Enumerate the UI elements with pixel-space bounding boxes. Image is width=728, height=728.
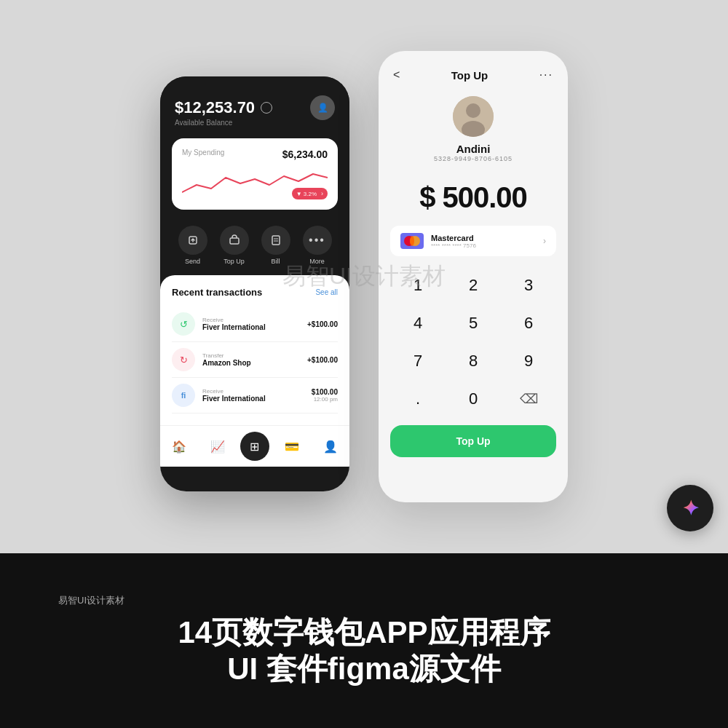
key-8[interactable]: 8 (446, 342, 501, 380)
svg-point-10 (410, 236, 414, 246)
phone-dark: $12,253.70 Available Balance 👤 My Spendi… (160, 76, 349, 491)
light-header: < Top Up ··· (379, 51, 568, 89)
key-6[interactable]: 6 (501, 304, 556, 342)
transaction-item: ↺ Receive Fiver International +$100.00 (172, 306, 338, 342)
more-button[interactable]: ••• More (303, 226, 332, 265)
key-dot[interactable]: . (390, 380, 446, 418)
more-menu-button[interactable]: ··· (539, 68, 553, 82)
key-2[interactable]: 2 (446, 266, 501, 304)
figma-icon: ✦ (682, 496, 699, 521)
recent-title: Recent transactions (172, 287, 262, 298)
action-buttons: Send Top Up (160, 220, 349, 275)
txn-info-1: Receive Fiver International (202, 317, 307, 331)
bill-icon (261, 226, 290, 255)
txn-icon-1: ↺ (172, 312, 195, 336)
txn-icon-3: fi (172, 384, 195, 407)
txn-info-2: Transfer Amazon Shop (202, 352, 307, 367)
profile-card-number: 5328-9949-8706-6105 (434, 155, 513, 162)
txn-icon-2: ↻ (172, 348, 195, 371)
svg-rect-2 (272, 236, 280, 245)
topup-action-label: Top Up (223, 258, 245, 265)
bill-label: Bill (271, 258, 280, 265)
key-4[interactable]: 4 (390, 304, 446, 342)
bottom-title-line2: UI 套件figma源文件 (178, 651, 550, 687)
home-nav-icon[interactable]: 🏠 (163, 437, 195, 456)
bottom-title-line1: 14页数字钱包APP应用程序 (178, 614, 550, 651)
bottom-section: 易智UI设计素材 14页数字钱包APP应用程序 UI 套件figma源文件 (0, 553, 728, 728)
back-button[interactable]: < (393, 68, 400, 82)
see-all-link[interactable]: See all (315, 288, 338, 296)
amount-display: $ 500.00 (379, 174, 568, 226)
card-chevron-icon: › (543, 236, 546, 246)
card-num: **** **** **** 7576 (431, 242, 476, 249)
card-name: Mastercard (431, 234, 476, 242)
send-icon (178, 226, 207, 255)
card-nav-icon[interactable]: 💳 (276, 437, 308, 456)
transaction-item-3: fi Receive Fiver International $100.00 1… (172, 378, 338, 414)
svg-rect-1 (230, 238, 239, 244)
user-avatar[interactable]: 👤 (310, 95, 335, 120)
dark-phone-header: $12,253.70 Available Balance 👤 (160, 76, 349, 138)
chart-area: ▼ 3.2% › (182, 163, 328, 199)
balance-label: Available Balance (175, 119, 335, 127)
key-5[interactable]: 5 (446, 304, 501, 342)
figma-badge: ✦ (667, 485, 713, 531)
txn-amount-3: $100.00 12:00 pm (312, 388, 338, 403)
recent-header: Recent transactions See all (172, 287, 338, 298)
bottom-title: 14页数字钱包APP应用程序 UI 套件figma源文件 (178, 614, 550, 688)
txn-amount-1: +$100.00 (307, 320, 338, 328)
topup-action-button[interactable]: Top Up (220, 226, 249, 265)
card-selector[interactable]: Mastercard **** **** **** 7576 › (390, 226, 556, 256)
txn-info-3: Receive Fiver International (202, 388, 312, 403)
phone-light: < Top Up ··· Andini 5328-9949-8706-6105 … (379, 51, 568, 502)
profile-name: Andini (456, 143, 491, 155)
qr-nav-button[interactable]: ⊞ (240, 432, 269, 461)
key-backspace[interactable]: ⌫ (501, 380, 556, 418)
key-0[interactable]: 0 (446, 380, 501, 418)
send-button[interactable]: Send (178, 226, 207, 265)
key-7[interactable]: 7 (390, 342, 446, 380)
key-1[interactable]: 1 (390, 266, 446, 304)
topup-icon (220, 226, 249, 255)
top-section: 易智UI设计素材 $12,253.70 Available Balance 👤 … (0, 0, 728, 553)
topup-confirm-button[interactable]: Top Up (390, 425, 556, 457)
more-icon: ••• (303, 226, 332, 255)
more-label: More (309, 258, 325, 265)
spending-card: My Spending $6,234.00 ▼ 3.2% › (172, 138, 338, 210)
bottom-sub-label: 易智UI设计素材 (15, 594, 124, 607)
chart-nav-icon[interactable]: 📈 (202, 437, 234, 456)
txn-amount-2: +$100.00 (307, 356, 338, 364)
chart-badge: ▼ 3.2% › (292, 188, 328, 199)
spending-amount: $6,234.00 (282, 149, 328, 160)
key-9[interactable]: 9 (501, 342, 556, 380)
transaction-item-2: ↻ Transfer Amazon Shop +$100.00 (172, 342, 338, 378)
svg-point-6 (466, 103, 480, 118)
mastercard-icon (400, 233, 424, 249)
bottom-nav: 🏠 📈 ⊞ 💳 👤 (160, 425, 349, 467)
white-section: Recent transactions See all ↺ Receive Fi… (160, 275, 349, 425)
profile-avatar (453, 96, 494, 137)
profile-nav-icon[interactable]: 👤 (314, 437, 347, 456)
profile-section: Andini 5328-9949-8706-6105 (379, 89, 568, 174)
numpad: 1 2 3 4 5 6 7 8 9 . 0 ⌫ (379, 264, 568, 421)
spending-label: My Spending (182, 149, 224, 157)
key-3[interactable]: 3 (501, 266, 556, 304)
bill-button[interactable]: Bill (261, 226, 290, 265)
send-label: Send (185, 258, 200, 265)
top-up-title: Top Up (451, 69, 488, 82)
